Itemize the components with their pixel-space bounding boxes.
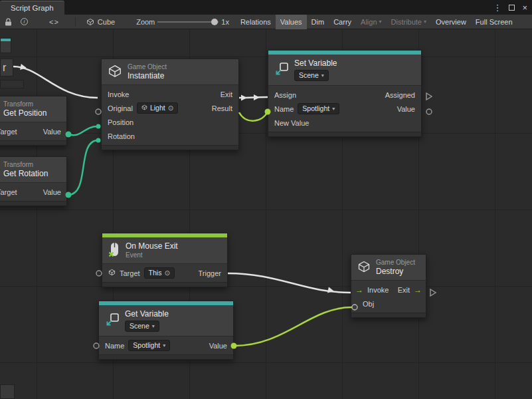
target-port-label[interactable]: Target bbox=[120, 269, 140, 277]
wire-variable-value[interactable] bbox=[234, 307, 352, 346]
zoom-slider[interactable] bbox=[157, 18, 219, 26]
new-value-port-label[interactable]: New Value bbox=[274, 119, 309, 127]
node-footer bbox=[0, 201, 66, 205]
wire-result-value[interactable] bbox=[239, 112, 268, 121]
position-port-label[interactable]: Position bbox=[108, 118, 133, 126]
name-port-label[interactable]: Name bbox=[274, 105, 294, 113]
close-icon[interactable]: × bbox=[522, 3, 527, 13]
node-fragment-top-left[interactable] bbox=[0, 38, 11, 53]
name-port-label[interactable]: Name bbox=[105, 342, 124, 350]
port-row: Name Spotlight ▾ Value bbox=[268, 102, 421, 116]
node-header[interactable]: Transform Get Position bbox=[0, 96, 66, 122]
variable-name-dropdown[interactable]: Spotlight ▾ bbox=[128, 340, 170, 351]
graph-target-label[interactable]: Cube bbox=[98, 18, 115, 26]
graph-canvas[interactable]: r Transform Get Position Target Value Tr… bbox=[0, 29, 532, 399]
full-screen-button[interactable]: Full Screen bbox=[471, 15, 517, 29]
cube-icon bbox=[357, 260, 371, 275]
port-instantiate-position[interactable] bbox=[96, 124, 101, 129]
carry-label: Carry bbox=[333, 18, 351, 26]
toolbar-buttons: Relations Values Dim Carry Align ▾ Distr… bbox=[236, 15, 517, 29]
node-get-variable[interactable]: Get Variable Scene ▾ Name Spotlight ▾ Va… bbox=[98, 301, 234, 360]
port-instantiate-original[interactable] bbox=[96, 109, 101, 114]
control-out-arrow-icon: → bbox=[414, 286, 422, 294]
node-get-rotation[interactable]: Transform Get Rotation Target Value bbox=[0, 156, 67, 206]
port-row: Obj bbox=[351, 297, 426, 311]
invoke-port-label[interactable]: Invoke bbox=[108, 90, 129, 98]
node-body: Target This ⊙ Trigger bbox=[102, 264, 227, 282]
value-port-label[interactable]: Value bbox=[209, 342, 227, 350]
relations-button[interactable]: Relations bbox=[236, 15, 276, 29]
value-port-label[interactable]: Value bbox=[43, 188, 61, 196]
target-port-label[interactable]: Target bbox=[0, 128, 17, 136]
wire-exit-to-assign[interactable] bbox=[239, 97, 268, 98]
node-subtitle: Event bbox=[126, 251, 178, 259]
node-accent bbox=[1, 39, 11, 41]
node-destroy[interactable]: Game Object Destroy → Invoke Exit → Obj bbox=[351, 254, 426, 318]
node-header[interactable]: Game Object Instantiate bbox=[102, 59, 238, 85]
node-set-variable[interactable]: Set Variable Scene ▾ Assign Assigned Nam… bbox=[268, 50, 422, 137]
original-object-field[interactable]: Light ⊙ bbox=[137, 102, 178, 114]
chevron-down-icon: ▾ bbox=[424, 19, 426, 25]
dim-button[interactable]: Dim bbox=[307, 15, 329, 29]
wire-control-to-instantiate[interactable] bbox=[13, 66, 98, 98]
object-picker-icon[interactable]: ⊙ bbox=[168, 104, 173, 112]
original-port-label[interactable]: Original bbox=[108, 104, 133, 112]
target-object-field[interactable]: This ⊙ bbox=[144, 267, 175, 279]
node-get-position[interactable]: Transform Get Position Target Value bbox=[0, 96, 67, 146]
port-mouse-exit-target[interactable] bbox=[96, 271, 102, 276]
trigger-port-label[interactable]: Trigger bbox=[199, 269, 221, 277]
node-on-mouse-exit[interactable]: On Mouse Exit Event Target This ⊙ Trigge… bbox=[102, 233, 228, 287]
wire-position-value[interactable] bbox=[68, 126, 98, 135]
node-header[interactable]: Transform Get Rotation bbox=[0, 157, 66, 183]
info-icon[interactable]: i bbox=[21, 18, 28, 25]
port-destroy-exit[interactable] bbox=[430, 289, 436, 296]
variable-name-dropdown[interactable]: Spotlight ▾ bbox=[298, 103, 339, 114]
node-header[interactable]: On Mouse Exit Event bbox=[102, 237, 227, 264]
align-button: Align ▾ bbox=[356, 15, 386, 29]
exit-port-label[interactable]: Exit bbox=[398, 286, 410, 294]
node-fragment-bottom-left[interactable] bbox=[0, 384, 15, 399]
lock-icon[interactable] bbox=[5, 18, 12, 26]
result-port-label[interactable]: Result bbox=[212, 104, 232, 112]
variable-icon bbox=[105, 313, 120, 329]
node-header[interactable]: Set Variable Scene ▾ bbox=[268, 55, 421, 86]
node-instantiate[interactable]: Game Object Instantiate Invoke Exit Orig… bbox=[101, 59, 239, 150]
variable-scope-dropdown[interactable]: Scene ▾ bbox=[294, 70, 329, 81]
values-button[interactable]: Values bbox=[276, 15, 307, 29]
target-port-label[interactable]: Target bbox=[0, 188, 17, 196]
chevron-down-icon: ▾ bbox=[321, 73, 324, 78]
port-row: New Value bbox=[268, 116, 421, 130]
node-body: Name Spotlight ▾ Value bbox=[99, 336, 233, 354]
value-port-label[interactable]: Value bbox=[397, 105, 415, 113]
object-picker-icon[interactable]: ⊙ bbox=[164, 269, 169, 277]
invoke-port-label[interactable]: Invoke bbox=[367, 286, 389, 294]
port-set-variable-assigned[interactable] bbox=[426, 93, 432, 100]
wire-rotation-value[interactable] bbox=[68, 140, 98, 195]
port-instantiate-rotation[interactable] bbox=[96, 138, 101, 143]
node-category: Game Object bbox=[376, 259, 415, 267]
port-set-variable-value[interactable] bbox=[426, 109, 432, 114]
overview-button[interactable]: Overview bbox=[431, 15, 471, 29]
carry-button[interactable]: Carry bbox=[329, 15, 356, 29]
node-header[interactable]: Game Object Destroy bbox=[351, 255, 426, 281]
zoom-slider-track[interactable] bbox=[157, 21, 219, 23]
value-port-label[interactable]: Value bbox=[43, 128, 61, 136]
zoom-slider-knob[interactable] bbox=[211, 19, 218, 25]
rotation-port-label[interactable]: Rotation bbox=[108, 132, 135, 140]
node-fragment-left[interactable]: r bbox=[0, 59, 13, 76]
variable-scope-dropdown[interactable]: Scene ▾ bbox=[125, 321, 159, 332]
node-body: Invoke Exit Original Light ⊙ Result P bbox=[102, 85, 238, 145]
exit-port-label[interactable]: Exit bbox=[221, 90, 232, 98]
full-screen-label: Full Screen bbox=[476, 18, 513, 26]
node-body: Target Value bbox=[0, 183, 66, 201]
node-header[interactable]: Get Variable Scene ▾ bbox=[99, 305, 233, 336]
tab-script-graph[interactable]: Script Graph bbox=[0, 1, 64, 15]
node-title: Get Variable bbox=[125, 309, 169, 319]
kebab-menu-icon[interactable]: ⋮ bbox=[493, 3, 501, 13]
wire-trigger-to-invoke[interactable] bbox=[228, 273, 351, 293]
code-icon[interactable]: <> bbox=[49, 18, 59, 26]
maximize-icon[interactable] bbox=[509, 5, 515, 11]
assigned-port-label[interactable]: Assigned bbox=[385, 91, 415, 99]
assign-port-label[interactable]: Assign bbox=[274, 91, 296, 99]
obj-port-label[interactable]: Obj bbox=[363, 300, 374, 308]
